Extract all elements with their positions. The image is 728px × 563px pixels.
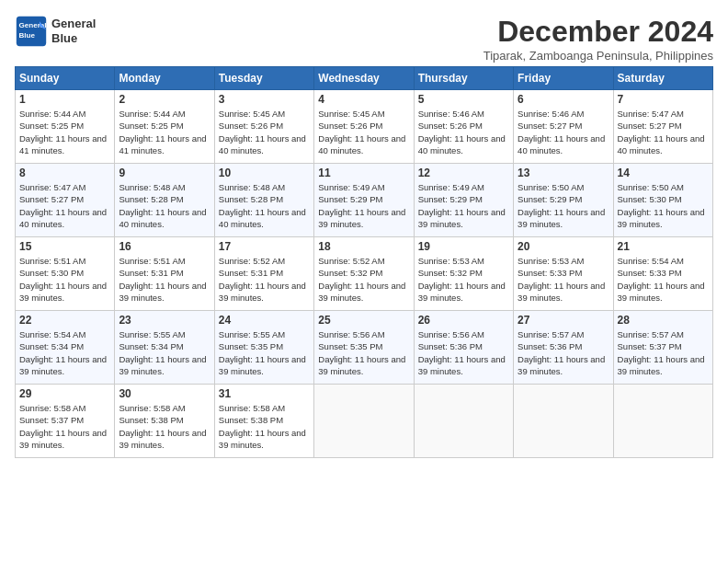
title-area: December 2024 Tiparak, Zamboanga Peninsu… (483, 15, 713, 63)
logo-icon: General Blue (15, 15, 48, 48)
day-number: 6 (518, 93, 609, 106)
day-info: Sunrise: 5:50 AMSunset: 5:30 PMDaylight:… (618, 181, 709, 230)
col-header-thursday: Thursday (414, 67, 513, 90)
location-title: Tiparak, Zamboanga Peninsula, Philippine… (483, 49, 713, 63)
calendar-week-5: 29Sunrise: 5:58 AMSunset: 5:37 PMDayligh… (16, 385, 713, 458)
day-number: 30 (119, 387, 210, 400)
day-info: Sunrise: 5:58 AMSunset: 5:38 PMDaylight:… (219, 402, 310, 451)
calendar-cell: 24Sunrise: 5:55 AMSunset: 5:35 PMDayligh… (214, 311, 313, 385)
col-header-saturday: Saturday (613, 67, 712, 90)
day-info: Sunrise: 5:44 AMSunset: 5:25 PMDaylight:… (119, 108, 210, 156)
calendar-cell: 9Sunrise: 5:48 AMSunset: 5:28 PMDaylight… (115, 164, 214, 237)
calendar-cell: 30Sunrise: 5:58 AMSunset: 5:38 PMDayligh… (115, 385, 214, 458)
calendar-cell (314, 385, 414, 458)
calendar-cell: 16Sunrise: 5:51 AMSunset: 5:31 PMDayligh… (115, 237, 214, 311)
calendar-week-2: 8Sunrise: 5:47 AMSunset: 5:27 PMDaylight… (16, 164, 713, 237)
calendar-cell: 23Sunrise: 5:55 AMSunset: 5:34 PMDayligh… (115, 311, 214, 385)
month-title: December 2024 (483, 15, 713, 49)
calendar-cell: 10Sunrise: 5:48 AMSunset: 5:28 PMDayligh… (214, 164, 313, 237)
calendar-cell: 7Sunrise: 5:47 AMSunset: 5:27 PMDaylight… (613, 90, 712, 164)
day-info: Sunrise: 5:45 AMSunset: 5:26 PMDaylight:… (318, 108, 409, 156)
day-info: Sunrise: 5:47 AMSunset: 5:27 PMDaylight:… (618, 108, 709, 156)
calendar-week-3: 15Sunrise: 5:51 AMSunset: 5:30 PMDayligh… (16, 237, 713, 311)
calendar-cell: 27Sunrise: 5:57 AMSunset: 5:36 PMDayligh… (514, 311, 613, 385)
day-number: 7 (618, 93, 709, 106)
day-number: 18 (318, 240, 409, 253)
calendar-cell: 6Sunrise: 5:46 AMSunset: 5:27 PMDaylight… (514, 90, 613, 164)
calendar-cell: 28Sunrise: 5:57 AMSunset: 5:37 PMDayligh… (613, 311, 712, 385)
day-number: 8 (19, 167, 110, 179)
calendar-cell (613, 385, 712, 458)
day-info: Sunrise: 5:54 AMSunset: 5:34 PMDaylight:… (19, 328, 110, 377)
day-info: Sunrise: 5:53 AMSunset: 5:33 PMDaylight:… (518, 255, 609, 304)
day-info: Sunrise: 5:55 AMSunset: 5:35 PMDaylight:… (219, 328, 310, 377)
day-info: Sunrise: 5:49 AMSunset: 5:29 PMDaylight:… (318, 181, 409, 230)
day-info: Sunrise: 5:56 AMSunset: 5:35 PMDaylight:… (318, 328, 409, 377)
header: General Blue General Blue December 2024 … (15, 15, 713, 63)
day-number: 17 (219, 240, 310, 253)
day-info: Sunrise: 5:57 AMSunset: 5:36 PMDaylight:… (518, 328, 609, 377)
calendar-cell: 5Sunrise: 5:46 AMSunset: 5:26 PMDaylight… (414, 90, 513, 164)
day-info: Sunrise: 5:45 AMSunset: 5:26 PMDaylight:… (219, 108, 310, 156)
day-number: 12 (418, 167, 509, 179)
calendar-cell: 2Sunrise: 5:44 AMSunset: 5:25 PMDaylight… (115, 90, 214, 164)
logo: General Blue General Blue (15, 15, 96, 48)
calendar-cell: 22Sunrise: 5:54 AMSunset: 5:34 PMDayligh… (16, 311, 115, 385)
calendar-cell: 12Sunrise: 5:49 AMSunset: 5:29 PMDayligh… (414, 164, 513, 237)
logo-text: General Blue (51, 17, 96, 45)
day-info: Sunrise: 5:49 AMSunset: 5:29 PMDaylight:… (418, 181, 509, 230)
day-number: 22 (19, 314, 110, 327)
day-number: 19 (418, 240, 509, 253)
svg-text:Blue: Blue (19, 31, 36, 40)
day-info: Sunrise: 5:55 AMSunset: 5:34 PMDaylight:… (119, 328, 210, 377)
day-info: Sunrise: 5:46 AMSunset: 5:26 PMDaylight:… (418, 108, 509, 156)
calendar-cell: 3Sunrise: 5:45 AMSunset: 5:26 PMDaylight… (214, 90, 313, 164)
day-number: 24 (219, 314, 310, 327)
calendar-cell: 29Sunrise: 5:58 AMSunset: 5:37 PMDayligh… (16, 385, 115, 458)
calendar-cell: 13Sunrise: 5:50 AMSunset: 5:29 PMDayligh… (514, 164, 613, 237)
calendar-cell (414, 385, 513, 458)
day-info: Sunrise: 5:46 AMSunset: 5:27 PMDaylight:… (518, 108, 609, 156)
col-header-wednesday: Wednesday (314, 67, 414, 90)
day-number: 31 (219, 387, 310, 400)
day-info: Sunrise: 5:44 AMSunset: 5:25 PMDaylight:… (19, 108, 110, 156)
day-info: Sunrise: 5:53 AMSunset: 5:32 PMDaylight:… (418, 255, 509, 304)
calendar-cell (514, 385, 613, 458)
col-header-friday: Friday (514, 67, 613, 90)
calendar-cell: 26Sunrise: 5:56 AMSunset: 5:36 PMDayligh… (414, 311, 513, 385)
calendar-table: SundayMondayTuesdayWednesdayThursdayFrid… (15, 66, 713, 458)
day-number: 15 (19, 240, 110, 253)
day-info: Sunrise: 5:51 AMSunset: 5:30 PMDaylight:… (19, 255, 110, 304)
day-info: Sunrise: 5:52 AMSunset: 5:31 PMDaylight:… (219, 255, 310, 304)
day-number: 27 (518, 314, 609, 327)
day-info: Sunrise: 5:54 AMSunset: 5:33 PMDaylight:… (618, 255, 709, 304)
day-info: Sunrise: 5:51 AMSunset: 5:31 PMDaylight:… (119, 255, 210, 304)
day-info: Sunrise: 5:52 AMSunset: 5:32 PMDaylight:… (318, 255, 409, 304)
calendar-cell: 18Sunrise: 5:52 AMSunset: 5:32 PMDayligh… (314, 237, 414, 311)
calendar-cell: 1Sunrise: 5:44 AMSunset: 5:25 PMDaylight… (16, 90, 115, 164)
calendar-cell: 11Sunrise: 5:49 AMSunset: 5:29 PMDayligh… (314, 164, 414, 237)
day-info: Sunrise: 5:50 AMSunset: 5:29 PMDaylight:… (518, 181, 609, 230)
calendar-cell: 25Sunrise: 5:56 AMSunset: 5:35 PMDayligh… (314, 311, 414, 385)
day-number: 3 (219, 93, 310, 106)
day-number: 13 (518, 167, 609, 179)
day-number: 11 (318, 167, 409, 179)
calendar-cell: 19Sunrise: 5:53 AMSunset: 5:32 PMDayligh… (414, 237, 513, 311)
day-info: Sunrise: 5:48 AMSunset: 5:28 PMDaylight:… (119, 181, 210, 230)
day-number: 1 (19, 93, 110, 106)
calendar-week-4: 22Sunrise: 5:54 AMSunset: 5:34 PMDayligh… (16, 311, 713, 385)
col-header-tuesday: Tuesday (214, 67, 313, 90)
day-number: 10 (219, 167, 310, 179)
calendar-cell: 4Sunrise: 5:45 AMSunset: 5:26 PMDaylight… (314, 90, 414, 164)
day-number: 2 (119, 93, 210, 106)
day-info: Sunrise: 5:47 AMSunset: 5:27 PMDaylight:… (19, 181, 110, 230)
day-number: 20 (518, 240, 609, 253)
day-number: 28 (618, 314, 709, 327)
calendar-cell: 15Sunrise: 5:51 AMSunset: 5:30 PMDayligh… (16, 237, 115, 311)
day-number: 25 (318, 314, 409, 327)
day-info: Sunrise: 5:56 AMSunset: 5:36 PMDaylight:… (418, 328, 509, 377)
day-info: Sunrise: 5:58 AMSunset: 5:37 PMDaylight:… (19, 402, 110, 451)
day-info: Sunrise: 5:48 AMSunset: 5:28 PMDaylight:… (219, 181, 310, 230)
calendar-cell: 20Sunrise: 5:53 AMSunset: 5:33 PMDayligh… (514, 237, 613, 311)
day-number: 16 (119, 240, 210, 253)
